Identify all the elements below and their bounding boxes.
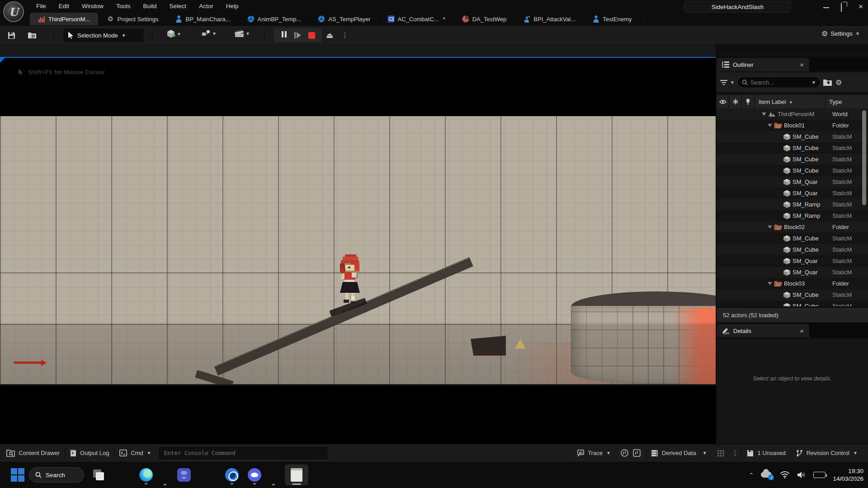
unreal-logo-icon[interactable]: U: [3, 1, 24, 22]
expander-arrow-icon[interactable]: [762, 113, 766, 116]
outliner-row-sm_quar[interactable]: SM_QuarStaticM: [717, 176, 868, 188]
outliner-search-box[interactable]: ▼: [737, 76, 821, 88]
tray-expand-icon[interactable]: ⌃: [749, 472, 754, 479]
menu-item-window[interactable]: Window: [75, 0, 110, 13]
tab-as-tempplayer[interactable]: AS_TempPlayer: [310, 13, 379, 25]
close-icon[interactable]: ×: [859, 4, 864, 9]
outliner-row-sm_cube[interactable]: SM_CubeStaticM: [717, 154, 868, 165]
menu-item-actor[interactable]: Actor: [193, 0, 220, 13]
edge-browser-button[interactable]: [135, 465, 157, 485]
settings-dropdown[interactable]: ⚙ Settings ▼: [821, 29, 860, 38]
pause-button[interactable]: [281, 31, 288, 39]
chevron-down-icon[interactable]: ▼: [811, 80, 816, 85]
insights-session-icon[interactable]: [621, 449, 628, 457]
eject-button[interactable]: ⏏: [324, 29, 335, 41]
battery-icon[interactable]: [813, 472, 826, 478]
status-kebab-icon[interactable]: ⋮: [729, 444, 741, 462]
column-pin[interactable]: [742, 95, 755, 108]
output-log-button[interactable]: Output Log: [65, 444, 114, 462]
menu-item-edit[interactable]: Edit: [52, 0, 75, 13]
tab-bp-mainchara[interactable]: BP_MainChara...: [167, 13, 239, 25]
menu-item-select[interactable]: Select: [163, 0, 193, 13]
tab-thirdpersonm[interactable]: ThirdPersonM...: [30, 13, 99, 25]
outliner-scrollbar[interactable]: [862, 110, 866, 205]
outliner-row-sm_cube[interactable]: SM_CubeStaticM: [717, 131, 868, 142]
derived-data-dropdown[interactable]: Derived Data ▼: [646, 444, 712, 462]
outliner-row-sm_cube[interactable]: SM_CubeStaticM: [717, 300, 868, 306]
menu-item-build[interactable]: Build: [137, 0, 163, 13]
menu-item-file[interactable]: File: [30, 0, 52, 13]
outliner-row-sm_ramp[interactable]: SM_RampStaticM: [717, 199, 868, 210]
outliner-row-block03[interactable]: Block03Folder: [717, 278, 868, 289]
outliner-settings-gear-icon[interactable]: ⚙: [835, 78, 842, 87]
outliner-row-sm_cube[interactable]: SM_CubeStaticM: [717, 142, 868, 154]
expander-arrow-icon[interactable]: [768, 282, 772, 285]
restore-icon[interactable]: [841, 3, 842, 12]
column-visibility[interactable]: [717, 95, 729, 108]
stop-button[interactable]: [308, 32, 315, 39]
outliner-row-sm_quar[interactable]: SM_QuarStaticM: [717, 255, 868, 267]
expander-arrow-icon[interactable]: [768, 124, 772, 127]
outliner-row-sm_cube[interactable]: SM_CubeStaticM: [717, 244, 868, 255]
blue-app-button[interactable]: [221, 465, 243, 485]
selection-mode-dropdown[interactable]: Selection Mode ▼: [63, 28, 144, 42]
outliner-row-sm_cube[interactable]: SM_CubeStaticM: [717, 289, 868, 300]
filter-icon[interactable]: [720, 80, 727, 85]
menu-item-tools[interactable]: Tools: [110, 0, 137, 13]
expander-arrow-icon[interactable]: [768, 225, 772, 229]
task-view-button[interactable]: [89, 465, 108, 485]
menu-item-help[interactable]: Help: [220, 0, 245, 13]
frame-step-button[interactable]: [294, 32, 301, 38]
texture-streaming-icon[interactable]: [712, 444, 729, 462]
outliner-row-block02[interactable]: Block02Folder: [717, 221, 868, 233]
tab-details[interactable]: Details ×: [717, 324, 809, 338]
trace-dropdown[interactable]: Trace ▼: [572, 444, 616, 462]
tab-project-settings[interactable]: ⚙Project Settings: [99, 13, 167, 25]
wifi-icon[interactable]: [780, 471, 790, 479]
add-actor-dropdown[interactable]: ▼: [166, 29, 181, 38]
tab-da-testwep[interactable]: DA_TestWep: [454, 13, 515, 25]
outliner-row-block01[interactable]: Block01Folder: [717, 120, 868, 131]
content-drawer-button[interactable]: Content Drawer: [5, 444, 65, 462]
tab-outliner[interactable]: Outliner ×: [717, 58, 809, 71]
close-icon[interactable]: ×: [800, 61, 804, 69]
windows-start-button[interactable]: [11, 465, 24, 485]
cinematics-dropdown[interactable]: ▼: [234, 29, 250, 38]
cmd-dropdown[interactable]: Cmd ▼: [114, 444, 156, 462]
outliner-row-thirdpersonm[interactable]: ThirdPersonMWorld: [717, 108, 868, 120]
speaker-icon[interactable]: [797, 471, 806, 479]
active-app-button[interactable]: [285, 465, 308, 485]
tab-animbp-temp[interactable]: AnimBP_Temp...: [239, 13, 310, 25]
tab-testenemy[interactable]: TestEnemy: [584, 13, 640, 25]
running-app-dot[interactable]: [164, 484, 166, 485]
discord-button[interactable]: [243, 465, 266, 485]
taskbar-clock[interactable]: 19:30 14/03/2026: [833, 467, 863, 483]
onedrive-cloud-icon[interactable]: i: [761, 471, 773, 479]
minimize-icon[interactable]: [823, 5, 829, 8]
outliner-row-sm_quar[interactable]: SM_QuarStaticM: [717, 188, 868, 199]
insights-snapshot-icon[interactable]: [633, 449, 641, 457]
teams-button[interactable]: [173, 465, 195, 485]
console-command-input[interactable]: [159, 447, 327, 459]
outliner-row-sm_quar[interactable]: SM_QuarStaticM: [717, 267, 868, 278]
browse-content-icon[interactable]: [26, 29, 38, 41]
save-icon[interactable]: [5, 29, 17, 41]
unsaved-button[interactable]: * 1 Unsaved: [742, 444, 791, 462]
search-input[interactable]: [750, 79, 809, 86]
running-app-dot[interactable]: [272, 484, 275, 485]
chevron-down-icon[interactable]: ▼: [730, 80, 735, 85]
outliner-row-sm_cube[interactable]: SM_CubeStaticM: [717, 165, 868, 176]
column-type[interactable]: Type: [826, 95, 868, 108]
new-folder-icon[interactable]: [823, 79, 832, 86]
outliner-row-sm_cube[interactable]: SM_CubeStaticM: [717, 233, 868, 244]
taskbar-search[interactable]: Search: [29, 467, 84, 483]
close-icon[interactable]: ×: [800, 327, 804, 335]
blueprints-dropdown[interactable]: ▼: [202, 29, 217, 38]
revision-control-dropdown[interactable]: Revision Control ▼: [791, 444, 863, 462]
outliner-row-sm_ramp[interactable]: SM_RampStaticM: [717, 210, 868, 221]
game-viewport[interactable]: Shift+F1 for Mouse Cursor: [0, 44, 716, 444]
tab-ac-combatc[interactable]: CAC_CombatC...*: [379, 13, 454, 25]
tab-bpi-attackval[interactable]: BPI_AttackVal...: [515, 13, 584, 25]
play-options-kebab-icon[interactable]: ⋮: [339, 29, 351, 41]
column-item-label[interactable]: Item Label ▲: [755, 95, 826, 108]
